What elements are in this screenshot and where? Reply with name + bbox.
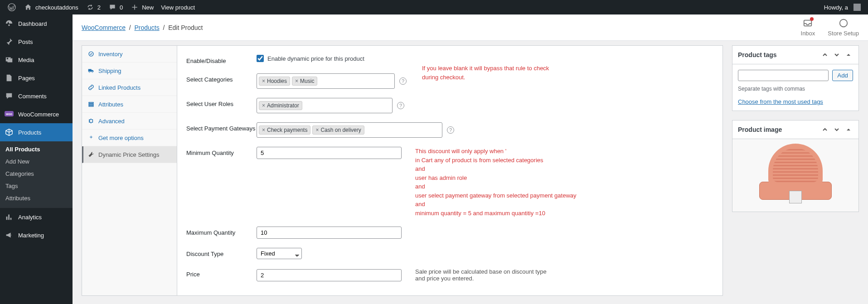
tab-attributes[interactable]: Attributes <box>82 96 177 113</box>
menu-woocommerce[interactable]: wooWooCommerce <box>0 105 73 123</box>
submenu-attributes[interactable]: Attributes <box>0 192 73 204</box>
tag-check-payments: ×Check payments <box>259 125 310 135</box>
breadcrumb-products[interactable]: Products <box>134 24 159 31</box>
truck-icon <box>87 67 95 74</box>
inbox-notification-dot <box>810 17 814 21</box>
tab-getmore-label: Get more options <box>98 135 144 141</box>
menu-media[interactable]: Media <box>0 51 73 69</box>
gateways-select[interactable]: ×Check payments ×Cash on delivery <box>257 122 442 138</box>
avatar <box>853 4 861 11</box>
discount-type-select[interactable]: Fixed <box>257 248 302 259</box>
submenu-all-products[interactable]: All Products <box>0 143 73 155</box>
beanie-image <box>759 144 832 207</box>
tab-shipping[interactable]: Shipping <box>82 63 177 79</box>
analytics-icon <box>5 212 14 222</box>
svg-text:woo: woo <box>5 112 12 116</box>
view-product-label: View product <box>161 4 195 11</box>
submenu-categories[interactable]: Categories <box>0 168 73 180</box>
menu-marketing[interactable]: Marketing <box>0 226 73 244</box>
breadcrumb-woocommerce[interactable]: WooCommerce <box>82 24 126 31</box>
roles-label: Select User Roles <box>186 98 257 107</box>
categories-select[interactable]: ×Hoodies ×Music <box>257 73 395 89</box>
price-label: Price <box>186 268 257 278</box>
roles-select[interactable]: ×Administrator <box>257 98 393 113</box>
rules-note: This discount will only apply when ' in … <box>415 147 577 217</box>
bypass-note: If you leave blank it will bypass that r… <box>422 64 558 82</box>
inbox-label: Inbox <box>801 30 815 37</box>
menu-analytics[interactable]: Analytics <box>0 208 73 226</box>
menu-posts[interactable]: Posts <box>0 33 73 51</box>
svg-point-8 <box>92 71 93 72</box>
menu-pages[interactable]: Pages <box>0 69 73 87</box>
remove-tag-icon[interactable]: × <box>262 102 265 109</box>
collapse-icon[interactable] <box>844 125 853 134</box>
enable-checkbox-label: Enable dynamic price for this product <box>267 55 364 62</box>
menu-media-label: Media <box>18 57 34 63</box>
comments-item[interactable]: 0 <box>104 0 126 14</box>
inbox-button[interactable]: Inbox <box>801 18 815 37</box>
product-tags-title: Product tags <box>738 51 777 58</box>
woo-icon: woo <box>5 110 14 119</box>
updates-item[interactable]: 2 <box>82 0 104 14</box>
enable-checkbox-wrap[interactable]: Enable dynamic price for this product <box>257 55 364 62</box>
admin-bar: checkoutaddons 2 0 New View product Howd… <box>0 0 868 14</box>
link-icon <box>87 84 95 91</box>
howdy[interactable]: Howdy, a <box>820 0 864 14</box>
updates-count: 2 <box>97 4 101 11</box>
menu-dashboard-label: Dashboard <box>18 20 47 27</box>
tab-advanced[interactable]: Advanced <box>82 113 177 130</box>
move-up-icon[interactable] <box>820 125 829 134</box>
enable-label: Enable/Disable <box>186 55 257 64</box>
max-qty-input[interactable] <box>257 227 402 239</box>
site-name[interactable]: checkoutaddons <box>20 0 82 14</box>
svg-rect-10 <box>89 104 93 105</box>
collapse-icon[interactable] <box>844 50 853 59</box>
move-down-icon[interactable] <box>832 125 841 134</box>
move-down-icon[interactable] <box>832 50 841 59</box>
tab-inventory[interactable]: Inventory <box>82 46 177 63</box>
dashboard-icon <box>5 19 14 28</box>
media-icon <box>5 55 14 64</box>
tab-shipping-label: Shipping <box>98 68 121 74</box>
tab-dynamic-price[interactable]: Dynamic Price Settings <box>82 146 177 163</box>
help-icon[interactable]: ? <box>447 126 454 134</box>
submenu-tags[interactable]: Tags <box>0 180 73 192</box>
menu-products[interactable]: Products <box>0 123 73 141</box>
menu-comments[interactable]: Comments <box>0 87 73 105</box>
categories-label: Select Categories <box>186 73 257 83</box>
price-note: Sale price will be calculated base on di… <box>415 268 551 282</box>
help-icon[interactable]: ? <box>397 102 404 109</box>
content-header: WooCommerce / Products / Edit Product In… <box>73 14 868 41</box>
menu-dashboard[interactable]: Dashboard <box>0 14 73 33</box>
menu-marketing-label: Marketing <box>18 232 44 239</box>
menu-posts-label: Posts <box>18 39 33 45</box>
remove-tag-icon[interactable]: × <box>295 78 298 84</box>
tab-get-more[interactable]: Get more options <box>82 130 177 146</box>
wrench-icon <box>87 151 95 158</box>
remove-tag-icon[interactable]: × <box>262 78 265 84</box>
wp-logo[interactable] <box>4 0 20 14</box>
menu-woocommerce-label: WooCommerce <box>18 111 59 118</box>
store-setup-button[interactable]: Store Setup <box>828 18 859 37</box>
move-up-icon[interactable] <box>820 50 829 59</box>
remove-tag-icon[interactable]: × <box>262 127 265 133</box>
menu-products-label: Products <box>18 129 41 136</box>
help-icon[interactable]: ? <box>399 77 407 85</box>
price-input[interactable] <box>257 269 402 281</box>
svg-point-7 <box>89 71 90 72</box>
view-product[interactable]: View product <box>157 0 199 14</box>
choose-tags-link[interactable]: Choose from the most used tags <box>738 98 823 105</box>
tab-linked-products[interactable]: Linked Products <box>82 79 177 96</box>
enable-checkbox[interactable] <box>257 55 264 62</box>
tag-input[interactable] <box>738 70 829 81</box>
new-item[interactable]: New <box>126 0 157 14</box>
site-name-label: checkoutaddons <box>35 4 78 11</box>
product-image-preview[interactable] <box>732 139 858 212</box>
update-icon <box>86 3 95 12</box>
add-tag-button[interactable]: Add <box>832 70 853 81</box>
discount-type-label: Discount Type <box>186 248 257 257</box>
min-qty-input[interactable] <box>257 147 402 159</box>
remove-tag-icon[interactable]: × <box>315 127 319 133</box>
min-qty-label: Minimum Quantity <box>186 147 257 156</box>
submenu-add-new[interactable]: Add New <box>0 155 73 168</box>
